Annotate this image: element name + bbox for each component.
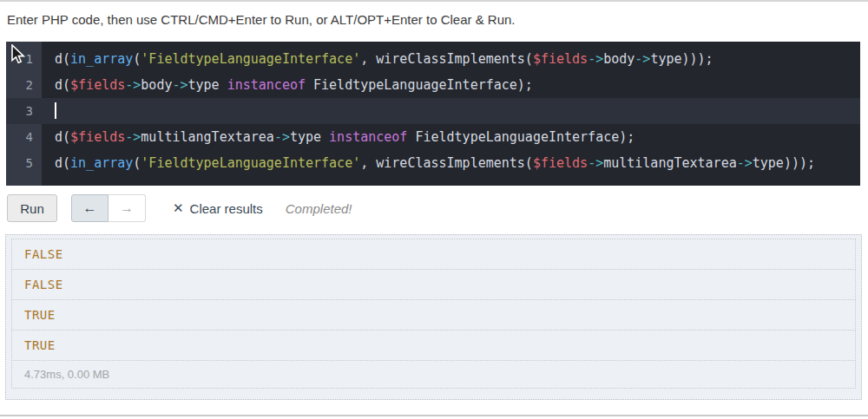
code-text: d($fields->multilangTextarea->type insta… — [42, 124, 635, 150]
arrow-left-icon: ← — [83, 200, 97, 215]
code-text — [42, 98, 56, 124]
execution-stats: 4.73ms, 0.00 MB — [11, 360, 856, 389]
clear-results-button[interactable]: ✕ Clear results — [173, 200, 263, 216]
history-button-group: ← → — [71, 194, 146, 222]
line-number: 4 — [6, 124, 42, 150]
console-toolbar: Run ← → ✕ Clear results Completed! — [7, 194, 352, 222]
line-number: 3 — [6, 98, 42, 124]
line-number: 2 — [6, 72, 42, 98]
history-back-button[interactable]: ← — [71, 194, 108, 222]
code-editor[interactable]: 1d(in_array('FieldtypeLanguageInterface'… — [6, 42, 860, 186]
results-panel: FALSEFALSETRUETRUE 4.73ms, 0.00 MB — [5, 234, 862, 400]
result-row: FALSE — [11, 239, 856, 270]
code-line[interactable]: 3 — [6, 98, 860, 124]
php-console-panel: Enter PHP code, then use CTRL/CMD+Enter … — [0, 0, 868, 419]
status-text: Completed! — [286, 201, 352, 216]
result-row: TRUE — [11, 330, 856, 361]
code-text: d(in_array('FieldtypeLanguageInterface',… — [42, 46, 713, 72]
code-text: d($fields->body->type instanceof Fieldty… — [42, 72, 533, 98]
code-line[interactable]: 4d($fields->multilangTextarea->type inst… — [6, 124, 860, 150]
code-line[interactable]: 2d($fields->body->type instanceof Fieldt… — [6, 72, 860, 98]
result-row: FALSE — [11, 269, 856, 300]
close-icon: ✕ — [173, 200, 184, 216]
bottom-divider — [0, 415, 868, 416]
clear-results-label: Clear results — [190, 201, 263, 216]
code-line[interactable]: 5d(in_array('FieldtypeLanguageInterface'… — [6, 150, 860, 176]
result-row: TRUE — [11, 299, 856, 331]
run-button[interactable]: Run — [7, 194, 57, 222]
instruction-text: Enter PHP code, then use CTRL/CMD+Enter … — [7, 12, 516, 27]
text-cursor — [55, 102, 56, 119]
code-line[interactable]: 1d(in_array('FieldtypeLanguageInterface'… — [6, 46, 860, 72]
line-number: 1 — [6, 46, 42, 72]
arrow-right-icon: → — [120, 200, 134, 215]
line-number: 5 — [6, 150, 42, 176]
code-text: d(in_array('FieldtypeLanguageInterface',… — [42, 150, 815, 176]
history-forward-button[interactable]: → — [108, 194, 146, 222]
